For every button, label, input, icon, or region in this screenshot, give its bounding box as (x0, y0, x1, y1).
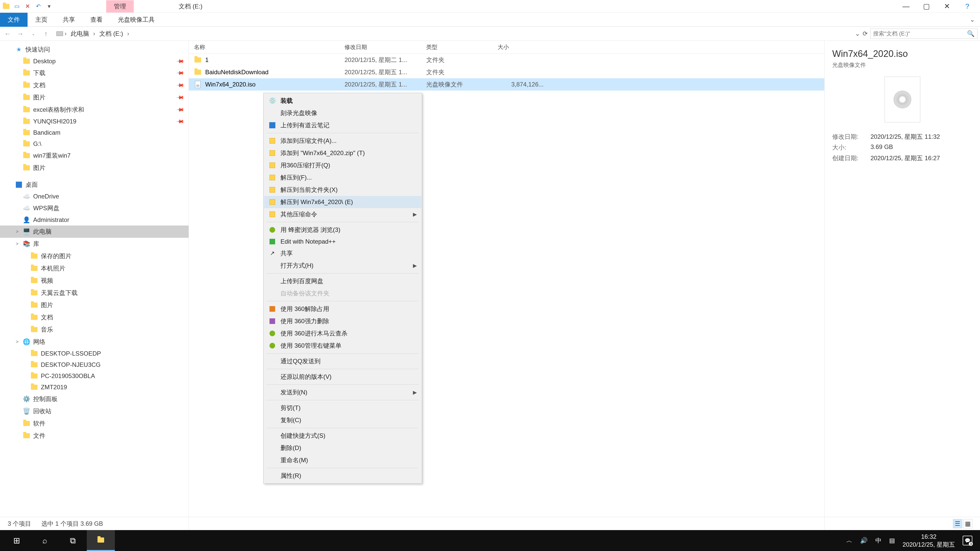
context-menu-item[interactable]: 其他压缩命令▶ (264, 208, 422, 221)
taskbar-clock[interactable]: 16:32 2020/12/25, 星期五 (903, 533, 955, 548)
tree-item[interactable]: 视频 (0, 275, 189, 287)
maximize-button[interactable]: ▢ (921, 1, 932, 11)
qat-dropdown-icon[interactable]: ▾ (45, 3, 52, 10)
navigation-pane[interactable]: ★快速访问Desktop📌下载📌文档📌图片📌excel表格制作求和📌YUNQIS… (0, 41, 189, 537)
context-menu-item[interactable]: 解压到(F)... (264, 171, 422, 184)
context-menu-item[interactable]: 💿装载 (264, 95, 422, 107)
context-menu-item[interactable]: 使用 360解除占用 (264, 303, 422, 315)
context-menu[interactable]: 💿装载刻录光盘映像上传到有道云笔记添加到压缩文件(A)...添加到 "Win7x… (263, 93, 422, 484)
column-date[interactable]: 修改日期 (345, 43, 426, 51)
tree-item[interactable]: YUNQISHI2019📌 (0, 116, 189, 127)
context-menu-item[interactable]: 通过QQ发送到 (264, 355, 422, 367)
tree-item[interactable]: 图片 (0, 162, 189, 174)
chevron-right-icon[interactable]: › (93, 30, 95, 37)
minimize-button[interactable]: ― (901, 1, 911, 11)
tree-item[interactable]: win7重装win7 (0, 149, 189, 162)
context-menu-item[interactable]: Edit with Notepad++ (264, 236, 422, 247)
context-menu-item[interactable]: 添加到 "Win7x64_2020.zip" (T) (264, 147, 422, 159)
contextual-tab-manage[interactable]: 管理 (106, 0, 134, 13)
chevron-right-icon[interactable]: › (65, 30, 67, 37)
tree-item[interactable]: Bandicam (0, 127, 189, 138)
tree-item[interactable]: 文档📌 (0, 79, 189, 91)
ribbon-expand-icon[interactable]: ⌄ (970, 16, 980, 23)
file-row[interactable]: 12020/12/15, 星期二 1...文件夹 (189, 54, 824, 66)
context-menu-item[interactable]: 使用 360进行木马云查杀 (264, 327, 422, 340)
tree-item[interactable]: 桌面 (0, 179, 189, 191)
tree-item[interactable]: ☁️OneDrive (0, 191, 189, 202)
refresh-icon[interactable]: ⟳ (862, 30, 868, 37)
context-menu-item[interactable]: 还原以前的版本(V) (264, 371, 422, 383)
context-menu-item[interactable]: 创建快捷方式(S) (264, 430, 422, 442)
search-icon[interactable]: 🔍 (967, 30, 975, 37)
search-button[interactable]: ⌕ (30, 530, 59, 551)
context-menu-item[interactable]: 打开方式(H)▶ (264, 259, 422, 272)
tree-item[interactable]: ☁️WPS网盘 (0, 202, 189, 214)
tree-item[interactable]: 软件 (0, 417, 189, 430)
tree-item[interactable]: G:\ (0, 138, 189, 149)
tree-item[interactable]: >📚库 (0, 238, 189, 250)
tray-chevron-up-icon[interactable]: ︿ (846, 537, 853, 545)
file-row[interactable]: BaiduNetdiskDownload2020/12/25, 星期五 1...… (189, 66, 824, 78)
context-menu-item[interactable]: 复制(C) (264, 414, 422, 426)
start-button[interactable]: ⊞ (3, 530, 30, 551)
help-icon[interactable]: ? (962, 1, 972, 11)
chevron-down-icon[interactable]: ⌄ (855, 30, 860, 37)
context-menu-item[interactable]: 解压到当前文件夹(X) (264, 184, 422, 196)
tree-item[interactable]: Desktop📌 (0, 56, 189, 67)
tree-item[interactable]: 保存的图片 (0, 250, 189, 262)
file-row[interactable]: Win7x64_2020.iso2020/12/25, 星期五 1...光盘映像… (189, 78, 824, 91)
breadcrumb[interactable]: › 此电脑 › 文档 (E:) › (54, 28, 853, 39)
tree-item[interactable]: ⚙️控制面板 (0, 393, 189, 405)
tree-item[interactable]: 音乐 (0, 324, 189, 336)
ime-indicator[interactable]: 中 (875, 537, 881, 545)
explorer-taskbar-button[interactable] (87, 530, 115, 551)
tree-item[interactable]: 下载📌 (0, 67, 189, 79)
tree-item[interactable]: 图片📌 (0, 91, 189, 103)
context-menu-item[interactable]: 上传到百度网盘 (264, 275, 422, 287)
tree-item[interactable]: 🗑️回收站 (0, 405, 189, 417)
column-type[interactable]: 类型 (426, 43, 498, 51)
ribbon-tab-share[interactable]: 共享 (55, 13, 83, 27)
breadcrumb-current[interactable]: 文档 (E:) (97, 29, 126, 39)
volume-icon[interactable]: 🔊 (860, 537, 868, 544)
context-menu-item[interactable]: 添加到压缩文件(A)... (264, 135, 422, 147)
context-menu-item[interactable]: 重命名(M) (264, 454, 422, 466)
context-menu-item[interactable]: 使用 360强力删除 (264, 315, 422, 327)
notification-center-icon[interactable]: 💬3 (963, 536, 972, 545)
tree-item[interactable]: 👤Administrator (0, 214, 189, 225)
view-details-button[interactable]: ☰ (953, 519, 962, 528)
tree-item[interactable]: 本机照片 (0, 262, 189, 275)
context-menu-item[interactable]: ↗共享 (264, 247, 422, 259)
ribbon-tab-home[interactable]: 主页 (27, 13, 55, 27)
ribbon-tab-disc-tools[interactable]: 光盘映像工具 (110, 13, 162, 27)
tree-item[interactable]: excel表格制作求和📌 (0, 103, 189, 116)
nav-history-icon[interactable]: ⌄ (28, 29, 38, 39)
qat-btn-1[interactable]: ▭ (13, 3, 21, 10)
context-menu-item[interactable]: 刻录光盘映像 (264, 107, 422, 119)
tree-item[interactable]: ZMT2019 (0, 382, 189, 393)
tree-item[interactable]: >🖥️此电脑 (0, 225, 189, 238)
tree-item[interactable]: 图片 (0, 299, 189, 311)
tree-item[interactable]: 文档 (0, 311, 189, 324)
column-size[interactable]: 大小 (498, 43, 549, 51)
tree-item[interactable]: 文件 (0, 430, 189, 442)
context-menu-item[interactable]: 用 蜂蜜浏览器 浏览(3) (264, 224, 422, 236)
qat-delete-icon[interactable]: ✕ (24, 3, 31, 10)
tray-app-icon[interactable]: ▤ (889, 537, 895, 544)
tree-item[interactable]: DESKTOP-LSSOEDP (0, 348, 189, 359)
column-name[interactable]: 名称 (194, 43, 345, 51)
search-input[interactable] (873, 30, 964, 37)
qat-undo-icon[interactable]: ↶ (35, 3, 42, 10)
tree-item[interactable]: DESKTOP-NJEU3CG (0, 359, 189, 370)
context-menu-item[interactable]: 上传到有道云笔记 (264, 119, 422, 131)
chevron-right-icon[interactable]: › (127, 30, 129, 37)
context-menu-item[interactable]: 发送到(N)▶ (264, 386, 422, 399)
search-box[interactable]: 🔍 (870, 29, 977, 39)
tree-item[interactable]: >🌐网络 (0, 336, 189, 348)
tree-item[interactable]: 天翼云盘下载 (0, 287, 189, 299)
breadcrumb-root[interactable]: 此电脑 (68, 29, 92, 39)
task-view-button[interactable]: ⧉ (59, 530, 87, 551)
nav-back-button[interactable]: ← (3, 29, 13, 39)
ribbon-tab-file[interactable]: 文件 (0, 13, 27, 27)
ribbon-tab-view[interactable]: 查看 (83, 13, 110, 27)
